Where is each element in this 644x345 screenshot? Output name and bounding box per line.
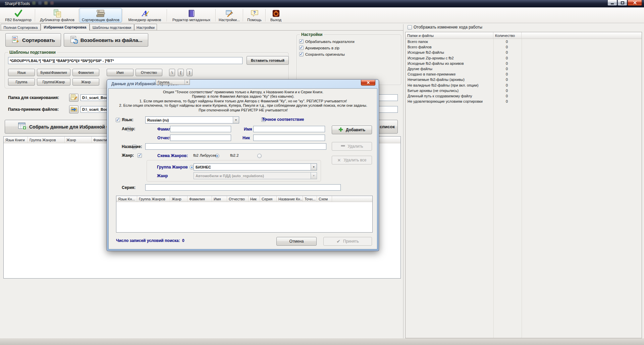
books-stack-icon [96,9,105,18]
archive-zip-checkbox[interactable] [299,46,304,50]
cond-col[interactable]: Жанр [170,196,187,202]
cond-col[interactable]: Имя [212,196,227,202]
stats-row-label: Не удовлетворяющие условиям сортировки [406,99,493,103]
author-lastname-input[interactable] [170,126,231,132]
target-folder-browse-button[interactable] [69,105,78,113]
stats-row-value: 0 [493,67,522,71]
stats-col-files[interactable]: Папки и файлы [406,32,493,39]
token-button-backslash[interactable]: \ [169,69,175,76]
cond-col[interactable]: Язык Кн... [116,196,137,202]
process-subfolders-checkbox[interactable] [299,39,304,44]
token-button-language[interactable]: Язык [8,69,35,76]
toolbar-item-help[interactable]: ? Помощь [244,8,265,22]
toolbar-item-file-sorter[interactable]: Сортировщик файлов [79,8,122,22]
sort-button[interactable]: Сортировать [5,33,61,47]
chevron-down-icon[interactable] [233,117,239,123]
maximize-button[interactable] [618,0,627,6]
conditions-table[interactable]: Язык Кн... Группа Жанров Жанр Фамилия Им… [116,196,373,233]
tab-full-sort[interactable]: Полная Сортировка [1,24,41,31]
token-label: \ [171,70,172,75]
book-title-input[interactable] [145,143,326,150]
toolbar-item-exit[interactable]: Выход [267,8,285,22]
token-button-group[interactable]: Группа [8,78,35,86]
check-icon: ✔ [336,239,340,244]
genre-label[interactable]: Жанр: [122,153,134,158]
cond-col[interactable]: Отчество [227,196,249,202]
stats-row-value: 0 [493,40,522,44]
token-button-genre[interactable]: Жанр [72,78,99,86]
books-col-genre[interactable]: Жанр [65,137,92,143]
stats-row-value: 0 [493,94,522,98]
cond-col[interactable]: Фамилия [187,196,212,202]
minimize-icon [611,3,614,4]
token-button-close-bracket[interactable]: ] [186,69,193,76]
keep-originals-checkbox[interactable] [299,52,304,56]
token-button-firstname[interactable]: Имя [107,69,133,76]
token-button-middlename[interactable]: Отчество [136,69,162,76]
cancel-button[interactable]: Отмена [276,237,317,246]
add-button[interactable]: Добавить [332,126,372,134]
cond-col[interactable]: Ник [249,196,260,202]
template-input[interactable] [8,57,243,64]
author-nick-input[interactable] [253,135,325,141]
progress-stats-list[interactable]: Папки и файлы Количество Всего папок0 Вс… [405,32,642,338]
archive-zip-label[interactable]: Архивировать в zip [305,46,339,50]
cond-col[interactable]: Серия [260,196,277,202]
window-titlebar[interactable]: SharpFBTools [0,0,644,7]
scan-folder-browse-button[interactable] [69,94,78,102]
exit-icon [272,9,280,18]
toolbar-item-archive-manager[interactable]: A Менеджер архивов [123,8,166,22]
scheme-librusek-label[interactable]: fb2 Либрусек [193,153,216,157]
scheme-fb22-radio[interactable] [257,154,262,158]
author-label[interactable]: Автор: [122,127,135,131]
stats-row-label: Длинный путь к создаваемому файлу [406,94,493,98]
language-combobox[interactable]: Russian (ru) [145,116,239,124]
genre-group-radio-label[interactable]: Группа Жанров [157,165,188,169]
genre-item-radio-label[interactable]: Жанр [157,174,168,178]
toolbar-item-metadata-editor[interactable]: Редактор метаданных [168,8,215,22]
series-label[interactable]: Серия: [122,185,136,190]
cond-col[interactable]: Точн... [303,196,317,202]
token-button-open-bracket[interactable]: [ [178,69,184,76]
genre-checkbox[interactable] [138,153,142,158]
author-firstname-input[interactable] [253,126,325,132]
series-input[interactable] [145,184,341,191]
genre-group-combobox[interactable]: БИЗНЕС [194,163,317,170]
cond-col[interactable]: Название Кн... [277,196,303,202]
token-button-group-genre[interactable]: Группа\Жанр [37,78,70,86]
toolbar-item-settings[interactable]: Настройки... [216,8,242,22]
insert-ready-label: Вставить готовый [251,58,284,62]
scheme-fb22-label[interactable]: fb2.2 [230,153,239,157]
close-button[interactable] [628,0,642,6]
books-col-language[interactable]: Язык Книги [4,137,28,143]
author-middlename-input[interactable] [170,135,231,141]
stats-row-label: Исходные Zip-архивы с fb2 [406,56,493,60]
tab-favorite-sort[interactable]: Избранная Сортировка [41,23,90,31]
token-button-letter-lastname[interactable]: Буква\Фамилия [37,69,70,76]
stats-row-label: Другие файлы [406,67,493,71]
keep-originals-label[interactable]: Сохранять оригиналы [305,52,345,56]
book-title-label[interactable]: Название: [122,144,142,149]
tab-settings[interactable]: Настройки [134,24,157,31]
books-col-genre-group[interactable]: Группа Жанров [28,137,65,143]
chevron-down-icon[interactable] [311,164,317,170]
show-progress-checkbox[interactable] [408,25,412,30]
stats-col-count[interactable]: Количество [493,32,522,39]
insert-ready-template-button[interactable]: Вставить готовый [247,56,289,65]
cond-col[interactable]: Группа Жанров [137,196,170,202]
language-label[interactable]: Язык: [122,117,133,122]
toolbar-item-fb2-validator[interactable]: FB2 Валидатор [2,8,35,22]
close-icon [633,1,637,5]
show-progress-label[interactable]: Отображать изменение хода работы [414,25,482,30]
minimize-button[interactable] [607,0,617,6]
toolbar-item-duplicator[interactable]: Дубликатор файлов [36,8,78,22]
cond-col[interactable]: Схем [317,196,332,202]
stats-row: Всего папок0 [406,39,642,44]
token-button-lastname[interactable]: Фамилия [72,69,99,76]
exact-match-label[interactable]: Точное соответствие [262,117,304,122]
dialog-close-button[interactable] [361,80,375,86]
process-subfolders-label[interactable]: Обрабатывать подкаталоги [305,40,355,44]
language-checkbox[interactable] [116,118,120,122]
resume-from-file-button[interactable]: Возобновить из файла... [64,33,148,47]
tab-substitution-templates[interactable]: Шаблоны подстановки [90,24,134,31]
